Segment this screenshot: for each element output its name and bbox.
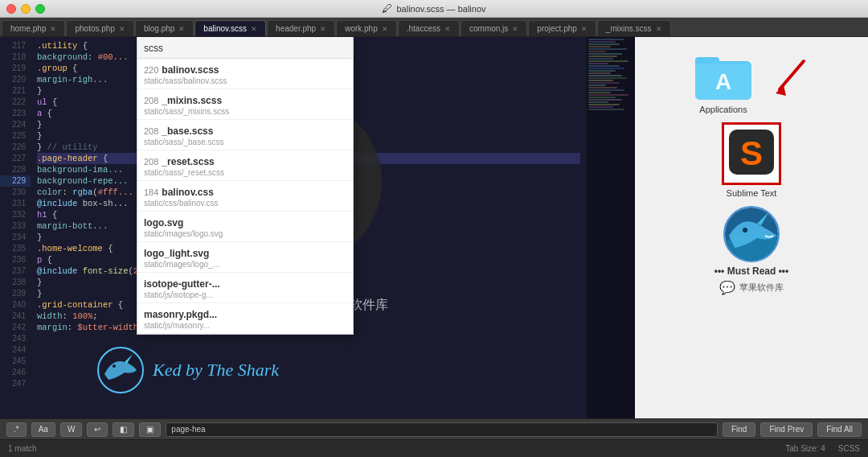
syntax: SCSS bbox=[838, 444, 860, 453]
find-prev-button[interactable]: Find Prev bbox=[760, 422, 813, 437]
find-all-button[interactable]: Find All bbox=[817, 422, 862, 437]
close-tab-icon[interactable]: ✕ bbox=[178, 25, 185, 33]
minimize-button[interactable] bbox=[21, 4, 31, 14]
tab-bar: home.php ✕ photos.php ✕ blog.php ✕ balin… bbox=[0, 18, 868, 37]
find-input[interactable] bbox=[166, 422, 718, 437]
title-bar: 🖊 balinov.scss — balinov bbox=[0, 0, 868, 18]
tab-project-php[interactable]: project.php ✕ bbox=[528, 20, 596, 36]
close-button[interactable] bbox=[6, 4, 16, 14]
app-icon: 🖊 bbox=[382, 2, 392, 14]
main-area: 217218219220 221222223224 225226227228 2… bbox=[0, 37, 868, 418]
maximize-button[interactable] bbox=[35, 4, 45, 14]
arrow-icon bbox=[772, 57, 812, 97]
applications-folder: A Applications bbox=[691, 49, 755, 114]
shark-avatar bbox=[723, 206, 780, 262]
autocomplete-item[interactable]: 184balinov.css static/css/balinov.css bbox=[137, 181, 353, 212]
wrap-button[interactable]: ↩ bbox=[87, 422, 108, 437]
close-tab-icon[interactable]: ✕ bbox=[251, 25, 257, 33]
regex-button[interactable]: .* bbox=[6, 422, 27, 437]
autocomplete-item[interactable]: logo.svg static/images/logo.svg bbox=[137, 212, 353, 242]
close-tab-icon[interactable]: ✕ bbox=[50, 25, 56, 33]
autocomplete-search[interactable] bbox=[137, 37, 353, 59]
close-tab-icon[interactable]: ✕ bbox=[656, 25, 662, 33]
right-panel: A Applications S Sublime Text bbox=[635, 37, 868, 418]
sublime-app-label: Sublime Text bbox=[727, 188, 777, 198]
line-numbers: 217218219220 221222223224 225226227228 2… bbox=[0, 37, 31, 418]
wechat-follow: 💬 苹果软件库 bbox=[719, 280, 784, 295]
match-count: 1 match bbox=[8, 444, 37, 453]
tab-photos-php[interactable]: photos.php ✕ bbox=[66, 20, 134, 36]
right-top: A Applications bbox=[691, 49, 812, 114]
minimap bbox=[587, 37, 635, 418]
highlight-button[interactable]: ▣ bbox=[139, 422, 161, 437]
traffic-lights bbox=[6, 4, 45, 14]
tab-balinov-scss[interactable]: balinov.scss ✕ bbox=[194, 20, 266, 36]
close-tab-icon[interactable]: ✕ bbox=[382, 25, 388, 33]
tab-common-js[interactable]: common.js ✕ bbox=[461, 20, 527, 36]
status-bar: 1 match Tab Size: 4 SCSS bbox=[0, 439, 868, 457]
svg-text:A: A bbox=[715, 69, 731, 94]
find-button[interactable]: Find bbox=[723, 422, 755, 437]
close-tab-icon[interactable]: ✕ bbox=[119, 25, 125, 33]
word-button[interactable]: W bbox=[60, 422, 82, 437]
autocomplete-item[interactable]: masonry.pkgd... static/js/masonry... bbox=[137, 303, 353, 334]
must-read-label: ••• Must Read ••• bbox=[714, 266, 789, 277]
sublime-app-box: S bbox=[722, 122, 781, 185]
sublime-app-icon: S bbox=[727, 128, 776, 176]
svg-point-14 bbox=[743, 228, 747, 233]
editor[interactable]: 217218219220 221222223224 225226227228 2… bbox=[0, 37, 635, 418]
window-title: 🖊 balinov.scss — balinov bbox=[382, 2, 485, 14]
folder-icon: A bbox=[691, 49, 755, 101]
tab-htaccess[interactable]: .htaccess ✕ bbox=[398, 20, 460, 36]
bottom-bar: .* Aa W ↩ ◧ ▣ Find Find Prev Find All bbox=[0, 418, 868, 439]
close-tab-icon[interactable]: ✕ bbox=[444, 25, 451, 33]
context-button[interactable]: ◧ bbox=[113, 422, 134, 437]
case-button[interactable]: Aa bbox=[31, 422, 55, 437]
tab-size: Tab Size: 4 bbox=[785, 444, 825, 453]
autocomplete-item[interactable]: 208_mixins.scss static/sass/_mixins.scss bbox=[137, 89, 353, 120]
tab-work-php[interactable]: work.php ✕ bbox=[336, 20, 397, 36]
applications-label: Applications bbox=[699, 105, 747, 114]
autocomplete-item[interactable]: 208_reset.scss static/sass/_reset.scss bbox=[137, 150, 353, 181]
must-read-section: ••• Must Read ••• 💬 苹果软件库 bbox=[714, 206, 789, 295]
close-tab-icon[interactable]: ✕ bbox=[512, 25, 518, 33]
autocomplete-dropdown[interactable]: 220balinov.scss static/sass/balinov.scss… bbox=[137, 37, 354, 335]
wechat-icon: 💬 bbox=[719, 280, 735, 295]
tab-mixins-scss[interactable]: _mixins.scss ✕ bbox=[597, 20, 671, 36]
autocomplete-item[interactable]: isotope-gutter-... static/js/isotope-g..… bbox=[137, 273, 353, 303]
tab-blog-php[interactable]: blog.php ✕ bbox=[135, 20, 194, 36]
tab-header-php[interactable]: header.php ✕ bbox=[267, 20, 335, 36]
svg-line-8 bbox=[780, 61, 804, 89]
close-tab-icon[interactable]: ✕ bbox=[320, 25, 326, 33]
autocomplete-item[interactable]: 208_base.scss static/sass/_base.scss bbox=[137, 120, 353, 150]
svg-text:S: S bbox=[740, 134, 763, 172]
close-tab-icon[interactable]: ✕ bbox=[581, 25, 588, 33]
autocomplete-input[interactable] bbox=[144, 43, 346, 54]
autocomplete-item[interactable]: logo_light.svg static/images/logo_... bbox=[137, 242, 353, 273]
autocomplete-item[interactable]: 220balinov.scss static/sass/balinov.scss bbox=[137, 59, 353, 89]
sublime-app-area: S Sublime Text bbox=[722, 122, 781, 198]
tab-home-php[interactable]: home.php ✕ bbox=[2, 20, 65, 36]
